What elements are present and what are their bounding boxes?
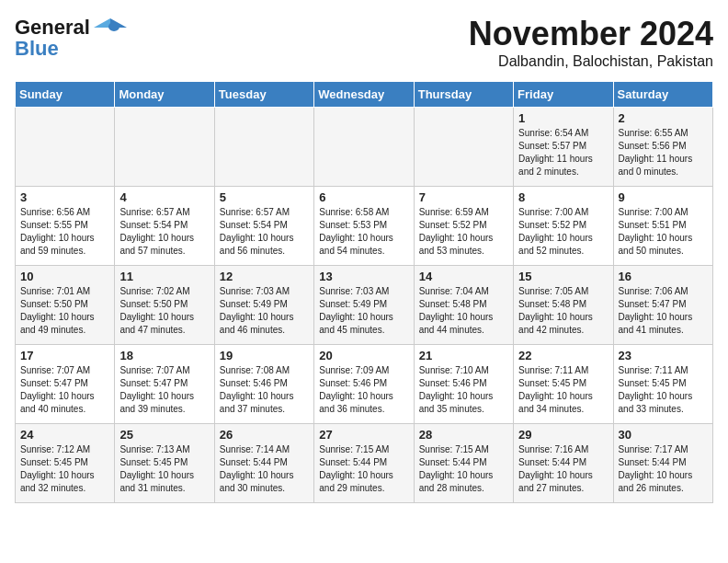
calendar-day-cell: 11Sunrise: 7:02 AM Sunset: 5:50 PM Dayli… — [115, 266, 214, 345]
calendar-week-row: 3Sunrise: 6:56 AM Sunset: 5:55 PM Daylig… — [16, 187, 713, 266]
day-number: 15 — [518, 270, 608, 283]
calendar-day-cell: 24Sunrise: 7:12 AM Sunset: 5:45 PM Dayli… — [16, 424, 115, 503]
day-number: 12 — [220, 270, 309, 283]
day-info: Sunrise: 7:01 AM Sunset: 5:50 PM Dayligh… — [20, 285, 109, 337]
day-info: Sunrise: 7:09 AM Sunset: 5:46 PM Dayligh… — [319, 364, 408, 416]
day-number: 28 — [419, 428, 508, 442]
calendar-day-cell: 9Sunrise: 7:00 AM Sunset: 5:51 PM Daylig… — [613, 187, 712, 266]
calendar-day-cell: 28Sunrise: 7:15 AM Sunset: 5:44 PM Dayli… — [414, 424, 513, 503]
day-number: 30 — [619, 428, 708, 442]
calendar-day-cell — [16, 108, 115, 187]
day-info: Sunrise: 7:15 AM Sunset: 5:44 PM Dayligh… — [319, 443, 408, 495]
day-number: 23 — [619, 349, 708, 362]
day-info: Sunrise: 6:55 AM Sunset: 5:56 PM Dayligh… — [619, 127, 708, 178]
header-thursday: Thursday — [414, 82, 513, 108]
day-number: 9 — [619, 190, 708, 204]
day-number: 4 — [119, 190, 209, 204]
day-info: Sunrise: 7:10 AM Sunset: 5:46 PM Dayligh… — [419, 364, 508, 416]
day-info: Sunrise: 7:02 AM Sunset: 5:50 PM Dayligh… — [119, 285, 209, 337]
day-number: 13 — [319, 270, 408, 283]
calendar-week-row: 10Sunrise: 7:01 AM Sunset: 5:50 PM Dayli… — [16, 266, 713, 345]
calendar-day-cell — [214, 108, 313, 187]
day-info: Sunrise: 7:04 AM Sunset: 5:48 PM Dayligh… — [419, 285, 508, 337]
header-sunday: Sunday — [16, 82, 115, 108]
logo-blue-text: Blue — [15, 37, 59, 61]
calendar-day-cell: 25Sunrise: 7:13 AM Sunset: 5:45 PM Dayli… — [115, 424, 214, 503]
calendar-day-cell: 20Sunrise: 7:09 AM Sunset: 5:46 PM Dayli… — [314, 345, 414, 424]
day-info: Sunrise: 6:56 AM Sunset: 5:55 PM Dayligh… — [20, 206, 109, 258]
day-number: 16 — [619, 270, 708, 283]
day-number: 8 — [518, 190, 608, 204]
day-number: 19 — [220, 349, 309, 362]
header-monday: Monday — [115, 82, 214, 108]
calendar-day-cell: 16Sunrise: 7:06 AM Sunset: 5:47 PM Dayli… — [613, 266, 712, 345]
calendar-day-cell: 22Sunrise: 7:11 AM Sunset: 5:45 PM Dayli… — [514, 345, 613, 424]
calendar-table: Sunday Monday Tuesday Wednesday Thursday… — [15, 81, 713, 503]
calendar-day-cell: 19Sunrise: 7:08 AM Sunset: 5:46 PM Dayli… — [214, 345, 313, 424]
header-saturday: Saturday — [613, 82, 712, 108]
day-number: 29 — [518, 428, 608, 442]
calendar-day-cell: 17Sunrise: 7:07 AM Sunset: 5:47 PM Dayli… — [16, 345, 115, 424]
day-number: 3 — [20, 190, 109, 204]
day-number: 26 — [220, 428, 309, 442]
day-number: 21 — [419, 349, 508, 362]
calendar-day-cell — [115, 108, 214, 187]
calendar-day-cell: 30Sunrise: 7:17 AM Sunset: 5:44 PM Dayli… — [613, 424, 712, 503]
logo: General Blue — [15, 15, 127, 61]
day-number: 25 — [119, 428, 209, 442]
calendar-day-cell: 15Sunrise: 7:05 AM Sunset: 5:48 PM Dayli… — [514, 266, 613, 345]
calendar-day-cell: 1Sunrise: 6:54 AM Sunset: 5:57 PM Daylig… — [514, 108, 613, 187]
calendar-day-cell: 7Sunrise: 6:59 AM Sunset: 5:52 PM Daylig… — [414, 187, 513, 266]
calendar-header: Sunday Monday Tuesday Wednesday Thursday… — [16, 82, 713, 108]
calendar-day-cell — [314, 108, 414, 187]
day-number: 27 — [319, 428, 408, 442]
logo-bird-icon — [94, 15, 127, 40]
page-header: General Blue November 2024 Dalbandin, Ba… — [15, 15, 713, 70]
day-number: 10 — [20, 270, 109, 283]
day-number: 1 — [518, 111, 608, 125]
calendar-week-row: 24Sunrise: 7:12 AM Sunset: 5:45 PM Dayli… — [16, 424, 713, 503]
day-info: Sunrise: 6:58 AM Sunset: 5:53 PM Dayligh… — [319, 206, 408, 258]
calendar-day-cell: 27Sunrise: 7:15 AM Sunset: 5:44 PM Dayli… — [314, 424, 414, 503]
calendar-day-cell: 6Sunrise: 6:58 AM Sunset: 5:53 PM Daylig… — [314, 187, 414, 266]
day-info: Sunrise: 7:03 AM Sunset: 5:49 PM Dayligh… — [319, 285, 408, 337]
day-number: 7 — [419, 190, 508, 204]
svg-marker-1 — [94, 18, 110, 28]
calendar-day-cell: 3Sunrise: 6:56 AM Sunset: 5:55 PM Daylig… — [16, 187, 115, 266]
day-info: Sunrise: 6:57 AM Sunset: 5:54 PM Dayligh… — [220, 206, 309, 258]
day-number: 11 — [119, 270, 209, 283]
calendar-day-cell: 12Sunrise: 7:03 AM Sunset: 5:49 PM Dayli… — [214, 266, 313, 345]
calendar-day-cell: 2Sunrise: 6:55 AM Sunset: 5:56 PM Daylig… — [613, 108, 712, 187]
day-info: Sunrise: 7:06 AM Sunset: 5:47 PM Dayligh… — [619, 285, 708, 337]
day-number: 2 — [619, 111, 708, 125]
calendar-day-cell: 23Sunrise: 7:11 AM Sunset: 5:45 PM Dayli… — [613, 345, 712, 424]
calendar-day-cell: 8Sunrise: 7:00 AM Sunset: 5:52 PM Daylig… — [514, 187, 613, 266]
day-info: Sunrise: 7:15 AM Sunset: 5:44 PM Dayligh… — [419, 443, 508, 495]
day-info: Sunrise: 7:17 AM Sunset: 5:44 PM Dayligh… — [619, 443, 708, 495]
day-number: 18 — [119, 349, 209, 362]
day-number: 20 — [319, 349, 408, 362]
calendar-day-cell: 29Sunrise: 7:16 AM Sunset: 5:44 PM Dayli… — [514, 424, 613, 503]
calendar-day-cell: 5Sunrise: 6:57 AM Sunset: 5:54 PM Daylig… — [214, 187, 313, 266]
days-of-week-row: Sunday Monday Tuesday Wednesday Thursday… — [16, 82, 713, 108]
day-info: Sunrise: 7:11 AM Sunset: 5:45 PM Dayligh… — [518, 364, 608, 416]
calendar-day-cell: 13Sunrise: 7:03 AM Sunset: 5:49 PM Dayli… — [314, 266, 414, 345]
calendar-title-block: November 2024 Dalbandin, Balochistan, Pa… — [469, 15, 713, 70]
calendar-day-cell: 10Sunrise: 7:01 AM Sunset: 5:50 PM Dayli… — [16, 266, 115, 345]
day-number: 14 — [419, 270, 508, 283]
day-info: Sunrise: 7:14 AM Sunset: 5:44 PM Dayligh… — [220, 443, 309, 495]
day-info: Sunrise: 6:59 AM Sunset: 5:52 PM Dayligh… — [419, 206, 508, 258]
day-number: 6 — [319, 190, 408, 204]
day-info: Sunrise: 7:12 AM Sunset: 5:45 PM Dayligh… — [20, 443, 109, 495]
calendar-week-row: 17Sunrise: 7:07 AM Sunset: 5:47 PM Dayli… — [16, 345, 713, 424]
header-wednesday: Wednesday — [314, 82, 414, 108]
month-year-title: November 2024 — [469, 15, 713, 53]
day-info: Sunrise: 7:16 AM Sunset: 5:44 PM Dayligh… — [518, 443, 608, 495]
day-info: Sunrise: 6:54 AM Sunset: 5:57 PM Dayligh… — [518, 127, 608, 178]
calendar-day-cell — [414, 108, 513, 187]
day-info: Sunrise: 7:11 AM Sunset: 5:45 PM Dayligh… — [619, 364, 708, 416]
day-number: 5 — [220, 190, 309, 204]
day-info: Sunrise: 7:05 AM Sunset: 5:48 PM Dayligh… — [518, 285, 608, 337]
day-number: 24 — [20, 428, 109, 442]
calendar-week-row: 1Sunrise: 6:54 AM Sunset: 5:57 PM Daylig… — [16, 108, 713, 187]
